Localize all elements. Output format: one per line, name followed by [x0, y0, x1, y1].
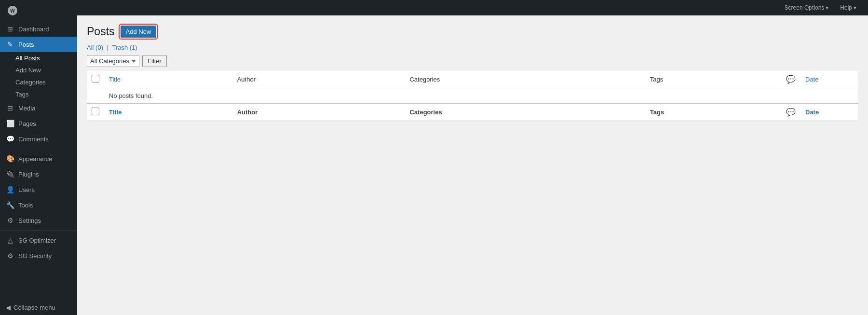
col-header-title: Title — [104, 71, 232, 88]
col-header-date: Date — [800, 71, 858, 88]
select-all-checkbox[interactable] — [92, 75, 99, 82]
sidebar-logo: W — [0, 0, 77, 21]
sidebar-item-label: Dashboard — [18, 26, 49, 33]
sidebar-item-label: Comments — [18, 136, 49, 143]
comments-column-icon: 💬 — [786, 75, 796, 83]
col-footer-categories: Categories — [405, 104, 645, 121]
col-header-checkbox — [87, 71, 104, 88]
col-footer-date: Date — [800, 104, 858, 121]
status-all-link[interactable]: All (0) — [87, 44, 105, 51]
collapse-label: Collapse menu — [14, 304, 55, 311]
table-row-no-posts: No posts found. — [87, 88, 858, 104]
page-title: Posts — [87, 25, 115, 38]
sidebar-item-appearance[interactable]: 🎨 Appearance — [0, 151, 77, 166]
collapse-icon: ◀ — [6, 304, 11, 311]
col-footer-author: Author — [232, 104, 405, 121]
sidebar-item-comments[interactable]: 💬 Comments — [0, 131, 77, 147]
col-header-comments: 💬 — [781, 71, 800, 88]
comments-icon: 💬 — [6, 135, 14, 143]
sidebar-item-sg-security[interactable]: ⚙ SG Security — [0, 248, 77, 263]
select-all-footer-checkbox[interactable] — [92, 108, 99, 115]
sg-optimizer-icon: △ — [6, 236, 14, 244]
col-date-link[interactable]: Date — [805, 76, 818, 83]
filter-bar: All Categories Filter — [87, 55, 858, 67]
col-footer-tags: Tags — [645, 104, 781, 121]
col-footer-title-link[interactable]: Title — [109, 109, 122, 116]
no-posts-cb — [87, 88, 104, 104]
main-area: Screen Options ▾ Help ▾ Posts Add New Al… — [77, 0, 868, 315]
settings-icon: ⚙ — [6, 217, 14, 224]
col-footer-title: Title — [104, 104, 232, 121]
table-body: No posts found. Title Author Categories … — [87, 88, 858, 121]
sidebar-item-label: Media — [18, 105, 35, 112]
sidebar-sub-categories[interactable]: Categories — [0, 76, 77, 88]
plugins-icon: 🔌 — [6, 170, 14, 178]
sidebar-item-label: Settings — [18, 217, 41, 224]
status-separator: | — [107, 44, 108, 51]
table-header-row: Title Author Categories Tags 💬 Date — [87, 71, 858, 88]
screen-options-label: Screen Options — [785, 4, 825, 11]
sidebar-item-sg-optimizer[interactable]: △ SG Optimizer — [0, 233, 77, 248]
sidebar-bottom: ◀ Collapse menu — [0, 300, 77, 315]
status-trash-link[interactable]: Trash (1) — [112, 44, 137, 51]
posts-icon: ✎ — [6, 41, 14, 48]
col-title-link[interactable]: Title — [109, 76, 121, 83]
sidebar: W ⊞ Dashboard ✎ Posts All Posts Add New … — [0, 0, 77, 315]
no-posts-message: No posts found. — [104, 88, 858, 104]
sidebar-item-users[interactable]: 👤 Users — [0, 182, 77, 197]
sidebar-item-label: Users — [18, 186, 35, 193]
col-header-author: Author — [232, 71, 405, 88]
appearance-icon: 🎨 — [6, 155, 14, 163]
sidebar-item-label: SG Optimizer — [18, 237, 56, 244]
wordpress-icon: W — [8, 6, 17, 15]
col-header-categories: Categories — [405, 71, 645, 88]
posts-submenu: All Posts Add New Categories Tags — [0, 52, 77, 100]
sidebar-divider — [0, 149, 77, 149]
sidebar-item-label: Plugins — [18, 171, 39, 178]
filter-button[interactable]: Filter — [142, 55, 167, 67]
col-footer-checkbox — [87, 104, 104, 121]
status-links: All (0) | Trash (1) — [87, 44, 858, 51]
sidebar-item-label: Tools — [18, 202, 33, 209]
help-chevron: ▾ — [854, 4, 856, 11]
sidebar-item-media[interactable]: ⊟ Media — [0, 100, 77, 116]
screen-options-button[interactable]: Screen Options ▾ — [781, 2, 833, 13]
users-icon: 👤 — [6, 186, 14, 193]
sidebar-sub-tags[interactable]: Tags — [0, 88, 77, 100]
table-row-footer: Title Author Categories Tags 💬 Date — [87, 104, 858, 121]
sidebar-item-label: Posts — [18, 41, 34, 48]
sidebar-item-dashboard[interactable]: ⊞ Dashboard — [0, 21, 77, 37]
add-new-button[interactable]: Add New — [121, 26, 157, 38]
sidebar-item-tools[interactable]: 🔧 Tools — [0, 197, 77, 213]
sidebar-sub-add-new[interactable]: Add New — [0, 64, 77, 76]
table-header: Title Author Categories Tags 💬 Date — [87, 71, 858, 88]
category-select[interactable]: All Categories — [87, 55, 139, 67]
sidebar-item-pages[interactable]: ⬜ Pages — [0, 116, 77, 131]
sidebar-item-posts[interactable]: ✎ Posts — [0, 37, 77, 52]
help-label: Help — [840, 4, 852, 11]
sidebar-item-settings[interactable]: ⚙ Settings — [0, 213, 77, 228]
sidebar-item-label: Appearance — [18, 155, 52, 163]
col-footer-date-link[interactable]: Date — [805, 109, 819, 116]
comments-footer-icon: 💬 — [786, 108, 796, 116]
sidebar-item-label: Pages — [18, 120, 36, 127]
page-header: Posts Add New — [87, 25, 858, 38]
help-button[interactable]: Help ▾ — [836, 2, 860, 13]
screen-options-chevron: ▾ — [826, 4, 828, 11]
topbar: Screen Options ▾ Help ▾ — [77, 0, 868, 15]
sidebar-item-plugins[interactable]: 🔌 Plugins — [0, 166, 77, 182]
col-footer-comments: 💬 — [781, 104, 800, 121]
sidebar-sub-all-posts[interactable]: All Posts — [0, 52, 77, 64]
sidebar-divider-2 — [0, 230, 77, 231]
sidebar-item-label: SG Security — [18, 252, 52, 260]
posts-table: Title Author Categories Tags 💬 Date N — [87, 71, 858, 121]
content-area: Posts Add New All (0) | Trash (1) All Ca… — [77, 15, 868, 315]
tools-icon: 🔧 — [6, 201, 14, 209]
media-icon: ⊟ — [6, 104, 14, 112]
sg-security-icon: ⚙ — [6, 252, 14, 260]
col-header-tags: Tags — [645, 71, 781, 88]
dashboard-icon: ⊞ — [6, 25, 14, 33]
collapse-menu-button[interactable]: ◀ Collapse menu — [0, 300, 77, 315]
pages-icon: ⬜ — [6, 120, 14, 127]
